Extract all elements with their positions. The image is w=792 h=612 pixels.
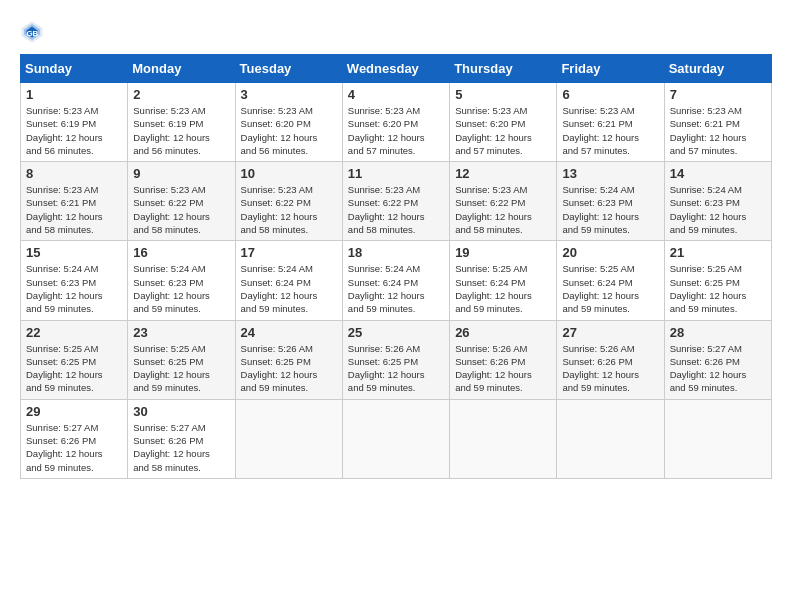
day-info: Sunrise: 5:23 AM Sunset: 6:22 PM Dayligh… — [348, 183, 444, 236]
day-header-saturday: Saturday — [664, 55, 771, 83]
day-number: 17 — [241, 245, 337, 260]
day-number: 2 — [133, 87, 229, 102]
day-number: 27 — [562, 325, 658, 340]
day-number: 6 — [562, 87, 658, 102]
calendar-cell: 8Sunrise: 5:23 AM Sunset: 6:21 PM Daylig… — [21, 162, 128, 241]
day-info: Sunrise: 5:23 AM Sunset: 6:22 PM Dayligh… — [455, 183, 551, 236]
calendar-cell: 19Sunrise: 5:25 AM Sunset: 6:24 PM Dayli… — [450, 241, 557, 320]
day-number: 3 — [241, 87, 337, 102]
calendar-cell: 14Sunrise: 5:24 AM Sunset: 6:23 PM Dayli… — [664, 162, 771, 241]
day-info: Sunrise: 5:27 AM Sunset: 6:26 PM Dayligh… — [670, 342, 766, 395]
day-number: 16 — [133, 245, 229, 260]
day-number: 13 — [562, 166, 658, 181]
day-info: Sunrise: 5:24 AM Sunset: 6:23 PM Dayligh… — [133, 262, 229, 315]
day-number: 9 — [133, 166, 229, 181]
calendar-cell: 16Sunrise: 5:24 AM Sunset: 6:23 PM Dayli… — [128, 241, 235, 320]
calendar-header-row: SundayMondayTuesdayWednesdayThursdayFrid… — [21, 55, 772, 83]
day-info: Sunrise: 5:25 AM Sunset: 6:25 PM Dayligh… — [670, 262, 766, 315]
calendar-cell: 2Sunrise: 5:23 AM Sunset: 6:19 PM Daylig… — [128, 83, 235, 162]
day-info: Sunrise: 5:23 AM Sunset: 6:22 PM Dayligh… — [241, 183, 337, 236]
day-info: Sunrise: 5:23 AM Sunset: 6:22 PM Dayligh… — [133, 183, 229, 236]
logo: GB — [20, 20, 48, 44]
day-number: 29 — [26, 404, 122, 419]
day-info: Sunrise: 5:23 AM Sunset: 6:21 PM Dayligh… — [670, 104, 766, 157]
day-number: 1 — [26, 87, 122, 102]
header: GB — [20, 20, 772, 44]
calendar-cell — [342, 399, 449, 478]
day-info: Sunrise: 5:26 AM Sunset: 6:25 PM Dayligh… — [348, 342, 444, 395]
calendar-cell: 26Sunrise: 5:26 AM Sunset: 6:26 PM Dayli… — [450, 320, 557, 399]
day-info: Sunrise: 5:23 AM Sunset: 6:19 PM Dayligh… — [133, 104, 229, 157]
day-info: Sunrise: 5:24 AM Sunset: 6:23 PM Dayligh… — [670, 183, 766, 236]
calendar-cell: 30Sunrise: 5:27 AM Sunset: 6:26 PM Dayli… — [128, 399, 235, 478]
calendar-cell: 17Sunrise: 5:24 AM Sunset: 6:24 PM Dayli… — [235, 241, 342, 320]
day-number: 30 — [133, 404, 229, 419]
day-number: 21 — [670, 245, 766, 260]
calendar-cell: 20Sunrise: 5:25 AM Sunset: 6:24 PM Dayli… — [557, 241, 664, 320]
calendar-cell: 25Sunrise: 5:26 AM Sunset: 6:25 PM Dayli… — [342, 320, 449, 399]
day-info: Sunrise: 5:27 AM Sunset: 6:26 PM Dayligh… — [133, 421, 229, 474]
day-header-thursday: Thursday — [450, 55, 557, 83]
calendar-cell: 3Sunrise: 5:23 AM Sunset: 6:20 PM Daylig… — [235, 83, 342, 162]
calendar-cell: 1Sunrise: 5:23 AM Sunset: 6:19 PM Daylig… — [21, 83, 128, 162]
day-number: 23 — [133, 325, 229, 340]
day-number: 20 — [562, 245, 658, 260]
day-number: 10 — [241, 166, 337, 181]
day-info: Sunrise: 5:26 AM Sunset: 6:25 PM Dayligh… — [241, 342, 337, 395]
day-info: Sunrise: 5:24 AM Sunset: 6:23 PM Dayligh… — [562, 183, 658, 236]
calendar-cell: 21Sunrise: 5:25 AM Sunset: 6:25 PM Dayli… — [664, 241, 771, 320]
day-number: 19 — [455, 245, 551, 260]
day-info: Sunrise: 5:23 AM Sunset: 6:20 PM Dayligh… — [241, 104, 337, 157]
calendar-cell: 5Sunrise: 5:23 AM Sunset: 6:20 PM Daylig… — [450, 83, 557, 162]
day-info: Sunrise: 5:23 AM Sunset: 6:19 PM Dayligh… — [26, 104, 122, 157]
calendar-cell: 18Sunrise: 5:24 AM Sunset: 6:24 PM Dayli… — [342, 241, 449, 320]
calendar-week-4: 22Sunrise: 5:25 AM Sunset: 6:25 PM Dayli… — [21, 320, 772, 399]
day-number: 5 — [455, 87, 551, 102]
day-number: 8 — [26, 166, 122, 181]
day-number: 18 — [348, 245, 444, 260]
calendar-cell: 7Sunrise: 5:23 AM Sunset: 6:21 PM Daylig… — [664, 83, 771, 162]
calendar-cell — [557, 399, 664, 478]
day-header-wednesday: Wednesday — [342, 55, 449, 83]
calendar-cell — [450, 399, 557, 478]
day-number: 22 — [26, 325, 122, 340]
day-info: Sunrise: 5:23 AM Sunset: 6:20 PM Dayligh… — [455, 104, 551, 157]
calendar-week-2: 8Sunrise: 5:23 AM Sunset: 6:21 PM Daylig… — [21, 162, 772, 241]
day-header-sunday: Sunday — [21, 55, 128, 83]
calendar-cell: 15Sunrise: 5:24 AM Sunset: 6:23 PM Dayli… — [21, 241, 128, 320]
day-info: Sunrise: 5:26 AM Sunset: 6:26 PM Dayligh… — [562, 342, 658, 395]
day-number: 14 — [670, 166, 766, 181]
day-number: 28 — [670, 325, 766, 340]
logo-icon: GB — [20, 20, 44, 44]
day-number: 4 — [348, 87, 444, 102]
calendar-cell: 29Sunrise: 5:27 AM Sunset: 6:26 PM Dayli… — [21, 399, 128, 478]
calendar-cell: 12Sunrise: 5:23 AM Sunset: 6:22 PM Dayli… — [450, 162, 557, 241]
day-info: Sunrise: 5:26 AM Sunset: 6:26 PM Dayligh… — [455, 342, 551, 395]
day-info: Sunrise: 5:25 AM Sunset: 6:24 PM Dayligh… — [455, 262, 551, 315]
day-number: 15 — [26, 245, 122, 260]
calendar-cell: 23Sunrise: 5:25 AM Sunset: 6:25 PM Dayli… — [128, 320, 235, 399]
calendar-cell: 4Sunrise: 5:23 AM Sunset: 6:20 PM Daylig… — [342, 83, 449, 162]
calendar-cell: 6Sunrise: 5:23 AM Sunset: 6:21 PM Daylig… — [557, 83, 664, 162]
calendar-cell: 28Sunrise: 5:27 AM Sunset: 6:26 PM Dayli… — [664, 320, 771, 399]
day-header-friday: Friday — [557, 55, 664, 83]
day-info: Sunrise: 5:24 AM Sunset: 6:24 PM Dayligh… — [348, 262, 444, 315]
calendar-cell: 11Sunrise: 5:23 AM Sunset: 6:22 PM Dayli… — [342, 162, 449, 241]
calendar-cell: 22Sunrise: 5:25 AM Sunset: 6:25 PM Dayli… — [21, 320, 128, 399]
calendar-body: 1Sunrise: 5:23 AM Sunset: 6:19 PM Daylig… — [21, 83, 772, 479]
day-info: Sunrise: 5:27 AM Sunset: 6:26 PM Dayligh… — [26, 421, 122, 474]
day-info: Sunrise: 5:24 AM Sunset: 6:23 PM Dayligh… — [26, 262, 122, 315]
calendar-table: SundayMondayTuesdayWednesdayThursdayFrid… — [20, 54, 772, 479]
day-info: Sunrise: 5:24 AM Sunset: 6:24 PM Dayligh… — [241, 262, 337, 315]
day-number: 25 — [348, 325, 444, 340]
day-number: 24 — [241, 325, 337, 340]
svg-text:GB: GB — [26, 29, 38, 38]
calendar-cell — [664, 399, 771, 478]
day-info: Sunrise: 5:25 AM Sunset: 6:25 PM Dayligh… — [133, 342, 229, 395]
day-info: Sunrise: 5:23 AM Sunset: 6:21 PM Dayligh… — [562, 104, 658, 157]
calendar-cell: 9Sunrise: 5:23 AM Sunset: 6:22 PM Daylig… — [128, 162, 235, 241]
day-number: 26 — [455, 325, 551, 340]
calendar-week-3: 15Sunrise: 5:24 AM Sunset: 6:23 PM Dayli… — [21, 241, 772, 320]
calendar-cell: 27Sunrise: 5:26 AM Sunset: 6:26 PM Dayli… — [557, 320, 664, 399]
calendar-cell: 24Sunrise: 5:26 AM Sunset: 6:25 PM Dayli… — [235, 320, 342, 399]
